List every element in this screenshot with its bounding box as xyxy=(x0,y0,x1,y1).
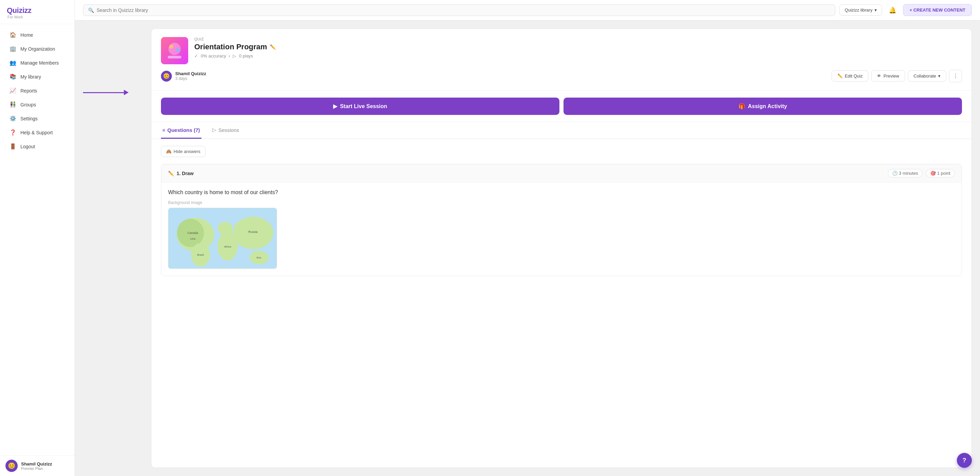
library-icon: 📚 xyxy=(10,73,16,80)
accuracy-icon: ✓ xyxy=(194,53,198,59)
eye-slash-icon: 🙈 xyxy=(166,149,172,154)
svg-point-4 xyxy=(176,48,180,52)
question-meta: 🕐 3 minutes 🎯 1 point xyxy=(888,169,955,178)
gift-icon: 🎁 xyxy=(738,103,745,109)
sidebar-item-settings[interactable]: ⚙️ Settings xyxy=(3,112,72,125)
edit-quiz-button[interactable]: ✏️ Edit Quiz xyxy=(832,70,869,82)
quiz-header: QUIZ Orientation Program ✏️ ✓ 0% accurac… xyxy=(151,29,972,91)
question-type-icon: ✏️ xyxy=(168,171,174,176)
tab-questions[interactable]: ≡ Questions (7) xyxy=(161,122,202,139)
accuracy-value: 0% accuracy xyxy=(201,53,226,59)
sidebar-item-reports[interactable]: 📈 Reports xyxy=(3,84,72,97)
user-details: Shamil Quizizz Premier Plan xyxy=(21,462,52,471)
sidebar-item-label: My Organization xyxy=(21,46,55,52)
sidebar-item-my-library[interactable]: 📚 My library xyxy=(3,70,72,83)
members-icon: 👥 xyxy=(10,59,16,66)
author-details: Shamil Quizizz 3 days xyxy=(175,71,206,81)
svg-text:Russia: Russia xyxy=(248,230,258,233)
quiz-author-row: 😊 Shamil Quizizz 3 days ✏️ Edit Quiz 👁 xyxy=(161,70,962,82)
plays-icon: ▷ xyxy=(233,53,236,59)
assign-activity-button[interactable]: 🎁 Assign Activity xyxy=(563,98,962,115)
action-buttons: ✏️ Edit Quiz 👁 Preview Collaborate ▾ ⋮ xyxy=(832,70,962,82)
settings-icon: ⚙️ xyxy=(10,115,16,122)
sidebar: Quizizz For Work 🏠 Home 🏢 My Organizatio… xyxy=(0,0,75,476)
points-value: 1 point xyxy=(937,171,950,176)
clock-icon: 🕐 xyxy=(892,171,898,176)
bg-image-label: Background image xyxy=(168,200,955,205)
sidebar-item-label: Logout xyxy=(21,144,35,149)
play-circle-icon: ▷ xyxy=(212,127,216,133)
time-badge: 🕐 3 minutes xyxy=(888,169,923,178)
arrow xyxy=(83,90,129,95)
home-icon: 🏠 xyxy=(10,32,16,38)
more-options-button[interactable]: ⋮ xyxy=(949,70,962,82)
points-icon: 🎯 xyxy=(930,171,936,176)
create-new-content-button[interactable]: + CREATE NEW CONTENT xyxy=(903,4,972,16)
main-area: 🔍 Quizizz library ▾ 🔔 + CREATE NEW CONTE… xyxy=(75,0,980,476)
question-number: 1. Draw xyxy=(177,171,194,176)
sidebar-item-label: Reports xyxy=(21,88,37,94)
hide-answers-button[interactable]: 🙈 Hide answers xyxy=(161,146,205,157)
svg-point-3 xyxy=(169,44,173,49)
avatar: 😊 xyxy=(5,460,18,472)
tab-sessions[interactable]: ▷ Sessions xyxy=(211,122,240,139)
library-label: Quizizz library xyxy=(845,8,872,13)
quiz-title: Orientation Program ✏️ xyxy=(194,43,962,51)
author-avatar: 😊 xyxy=(161,71,172,82)
sidebar-item-my-organization[interactable]: 🏢 My Organization xyxy=(3,42,72,56)
search-box[interactable]: 🔍 xyxy=(83,5,835,16)
stat-separator xyxy=(229,56,230,57)
arrow-line xyxy=(83,92,124,93)
svg-text:Aus.: Aus. xyxy=(256,256,262,259)
sidebar-item-home[interactable]: 🏠 Home xyxy=(3,28,72,41)
quiz-card: QUIZ Orientation Program ✏️ ✓ 0% accurac… xyxy=(151,29,972,468)
preview-button[interactable]: 👁 Preview xyxy=(871,70,905,82)
eye-icon: 👁 xyxy=(877,73,881,79)
organization-icon: 🏢 xyxy=(10,46,16,52)
sidebar-item-help-support[interactable]: ❓ Help & Support xyxy=(3,126,72,139)
groups-icon: 👫 xyxy=(10,101,16,108)
points-badge: 🎯 1 point xyxy=(926,169,955,178)
question-text: Which country is home to most of our cli… xyxy=(168,189,955,195)
sidebar-item-label: Settings xyxy=(21,116,38,121)
sidebar-nav: 🏠 Home 🏢 My Organization 👥 Manage Member… xyxy=(0,24,75,455)
svg-text:Brazil: Brazil xyxy=(197,253,204,256)
plays-value: 0 plays xyxy=(239,53,253,59)
arrow-head xyxy=(124,90,129,95)
user-info: 😊 Shamil Quizizz Premier Plan xyxy=(5,460,69,472)
edit-title-icon[interactable]: ✏️ xyxy=(270,44,275,50)
logo-text: Quizizz xyxy=(7,6,68,15)
reports-icon: 📈 xyxy=(10,87,16,94)
action-row: ▶ Start Live Session 🎁 Assign Activity xyxy=(151,91,972,122)
help-icon: ❓ xyxy=(10,129,16,136)
user-plan: Premier Plan xyxy=(21,466,52,471)
svg-text:Canada: Canada xyxy=(188,231,198,235)
quiz-type-label: QUIZ xyxy=(194,37,962,41)
svg-text:Africa: Africa xyxy=(224,245,231,248)
chevron-down-icon: ▾ xyxy=(938,73,940,79)
question-type: ✏️ 1. Draw xyxy=(168,171,194,176)
quiz-info: QUIZ Orientation Program ✏️ ✓ 0% accurac… xyxy=(194,37,962,59)
logo-sub: For Work xyxy=(8,15,68,19)
logout-icon: 🚪 xyxy=(10,143,16,149)
logo-area: Quizizz For Work xyxy=(0,0,75,24)
author-info: 😊 Shamil Quizizz 3 days xyxy=(161,71,206,82)
question-body: Which country is home to most of our cli… xyxy=(161,182,962,276)
svg-text:USA: USA xyxy=(190,237,196,240)
library-select[interactable]: Quizizz library ▾ xyxy=(840,5,882,16)
notifications-button[interactable]: 🔔 xyxy=(886,4,899,17)
quiz-stats: ✓ 0% accuracy ▷ 0 plays xyxy=(194,53,962,59)
search-input[interactable] xyxy=(97,8,830,13)
start-live-session-button[interactable]: ▶ Start Live Session xyxy=(161,98,559,115)
sidebar-item-logout[interactable]: 🚪 Logout xyxy=(3,140,72,153)
help-button[interactable]: ? xyxy=(957,453,972,468)
chevron-down-icon: ▾ xyxy=(875,8,877,13)
sidebar-bottom: 😊 Shamil Quizizz Premier Plan xyxy=(0,455,75,476)
collaborate-button[interactable]: Collaborate ▾ xyxy=(908,70,947,82)
sidebar-item-label: My library xyxy=(21,74,41,79)
sidebar-item-groups[interactable]: 👫 Groups xyxy=(3,98,72,111)
question-card-1: ✏️ 1. Draw 🕐 3 minutes 🎯 1 point xyxy=(161,164,962,276)
questions-area: 🙈 Hide answers ✏️ 1. Draw 🕐 3 minut xyxy=(151,139,972,283)
sidebar-item-manage-members[interactable]: 👥 Manage Members xyxy=(3,56,72,69)
svg-rect-2 xyxy=(168,56,181,59)
